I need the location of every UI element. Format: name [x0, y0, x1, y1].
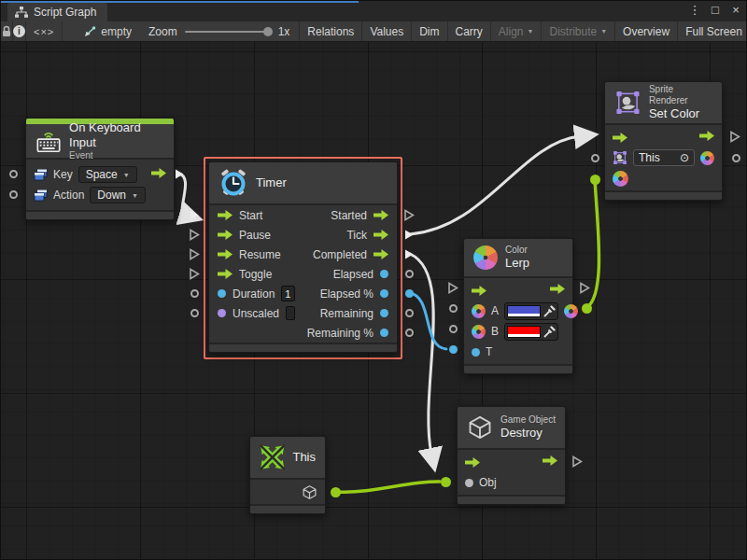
port-timer-duration-in[interactable] — [188, 287, 201, 300]
node-title: Timer — [256, 175, 287, 190]
port-destroy-flow-in[interactable] — [435, 455, 448, 468]
port-timer-remaining-pct-out[interactable] — [402, 326, 416, 339]
node-on-keyboard-input[interactable]: On Keyboard Input Event Key Space▼ Actio… — [25, 118, 175, 220]
port-label: Start — [239, 209, 262, 222]
port-destroy-flow-out[interactable] — [571, 455, 584, 468]
target-object-field[interactable]: This⊙ — [633, 149, 695, 166]
node-title: Lerp — [505, 256, 529, 271]
port-lerp-flow-in[interactable] — [446, 281, 459, 294]
port-timer-remaining-out[interactable] — [402, 306, 416, 319]
node-set-color[interactable]: Sprite Renderer Set Color This⊙ — [604, 81, 723, 201]
port-destroy-obj-in[interactable] — [439, 475, 452, 488]
node-title: Destroy — [500, 426, 556, 441]
game-object-cube-icon — [467, 414, 493, 441]
eyedropper-icon[interactable] — [543, 305, 556, 317]
port-setcolor-color-in[interactable] — [588, 173, 601, 186]
node-destroy[interactable]: Game Object Destroy Obj — [457, 406, 566, 505]
carry-button[interactable]: Carry — [448, 21, 491, 41]
wire-tick-to-setcolor[interactable] — [410, 136, 580, 234]
port-lerp-a-in[interactable] — [446, 301, 459, 315]
node-category: Game Object — [500, 414, 556, 426]
color-b-field[interactable] — [504, 323, 558, 341]
port-label: Elapsed — [333, 268, 374, 281]
node-footer — [209, 343, 397, 352]
port-keyboard-flow-out[interactable] — [173, 167, 186, 180]
node-footer — [605, 190, 722, 200]
port-timer-tick-out[interactable] — [402, 228, 416, 241]
fullscreen-button[interactable]: Full Screen — [678, 21, 747, 41]
flow-out-arrow-icon — [374, 210, 388, 220]
port-label: Pause — [239, 229, 271, 242]
wire-this-to-obj[interactable] — [337, 482, 440, 492]
graph-connection-icon — [83, 26, 96, 37]
code-view-button[interactable]: <×> — [26, 21, 63, 41]
value-port-icon — [380, 329, 388, 337]
lock-button[interactable] — [1, 21, 13, 41]
key-label: Key — [53, 168, 73, 181]
values-button[interactable]: Values — [362, 21, 412, 41]
zoom-slider[interactable] — [185, 31, 271, 33]
this-self-icon — [260, 443, 285, 471]
port-timer-completed-out[interactable] — [402, 247, 416, 260]
wire-elapsed-pct-to-t[interactable] — [410, 293, 446, 349]
port-lerp-result-out[interactable] — [580, 301, 593, 315]
port-setcolor-target-in[interactable] — [588, 151, 601, 164]
close-icon[interactable]: × — [727, 3, 744, 17]
port-label: Completed — [313, 248, 367, 261]
info-button[interactable] — [13, 21, 26, 41]
value-port-icon — [218, 289, 226, 298]
flow-in-arrow-icon — [613, 133, 627, 143]
flow-in-arrow-icon — [472, 286, 486, 296]
key-dropdown[interactable]: Space▼ — [78, 166, 137, 183]
chevron-down-icon: ▼ — [123, 172, 130, 178]
graph-icon — [15, 7, 28, 18]
maximize-icon[interactable]: □ — [707, 3, 724, 17]
port-setcolor-target-out[interactable] — [729, 151, 742, 164]
graph-canvas[interactable]: On Keyboard Input Event Key Space▼ Actio… — [1, 42, 747, 560]
port-label: Duration — [233, 287, 275, 301]
node-color-lerp[interactable]: Color Lerp A B T — [463, 238, 573, 374]
dim-button[interactable]: Dim — [412, 21, 447, 41]
node-timer[interactable]: Timer Start Pause Resume Toggle Duration… — [208, 161, 398, 353]
port-lerp-t-in[interactable] — [446, 343, 459, 356]
port-timer-started-out[interactable] — [402, 208, 416, 221]
action-label: Action — [53, 189, 84, 202]
flow-in-arrow-icon — [218, 210, 233, 220]
color-b-swatch[interactable] — [507, 326, 541, 338]
port-timer-pause-in[interactable] — [188, 228, 201, 241]
zoom-slider-handle[interactable] — [263, 27, 273, 36]
port-lerp-flow-out[interactable] — [578, 281, 591, 294]
port-timer-toggle-in[interactable] — [188, 267, 201, 280]
wire-completed-to-destroy[interactable] — [410, 254, 433, 454]
port-timer-elapsed-pct-out[interactable] — [402, 287, 416, 300]
port-keyboard-action-in[interactable] — [7, 188, 20, 201]
overview-button[interactable]: Overview — [615, 21, 678, 41]
graph-reference[interactable]: empty — [76, 21, 139, 41]
port-lerp-b-in[interactable] — [446, 322, 459, 335]
port-timer-unscaled-in[interactable] — [188, 306, 201, 319]
port-setcolor-flow-in[interactable] — [586, 130, 599, 143]
action-dropdown[interactable]: Down▼ — [90, 187, 146, 203]
distribute-button: Distribute▼ — [542, 21, 615, 41]
eyedropper-icon[interactable] — [543, 326, 556, 338]
node-this[interactable]: This — [249, 436, 326, 514]
port-timer-elapsed-out[interactable] — [402, 267, 416, 280]
value-port-icon — [380, 289, 388, 298]
flow-out-arrow-icon — [550, 284, 565, 297]
port-keyboard-key-in[interactable] — [7, 167, 20, 180]
color-a-field[interactable] — [504, 302, 558, 320]
relations-button[interactable]: Relations — [299, 21, 362, 41]
port-label: B — [491, 325, 499, 338]
port-label: A — [491, 304, 499, 317]
port-timer-resume-in[interactable] — [188, 247, 201, 260]
window-menu-icon[interactable]: ⋮ — [686, 3, 703, 17]
color-a-swatch[interactable] — [507, 305, 541, 317]
port-timer-start-in[interactable] — [188, 208, 201, 221]
value-port-icon — [472, 348, 480, 357]
port-label: Obj — [479, 476, 497, 489]
port-label: Tick — [346, 229, 367, 242]
port-this-out[interactable] — [329, 485, 342, 498]
port-setcolor-flow-out[interactable] — [728, 130, 741, 143]
tab-script-graph[interactable]: Script Graph — [7, 3, 107, 21]
object-picker-icon[interactable]: ⊙ — [680, 151, 689, 164]
